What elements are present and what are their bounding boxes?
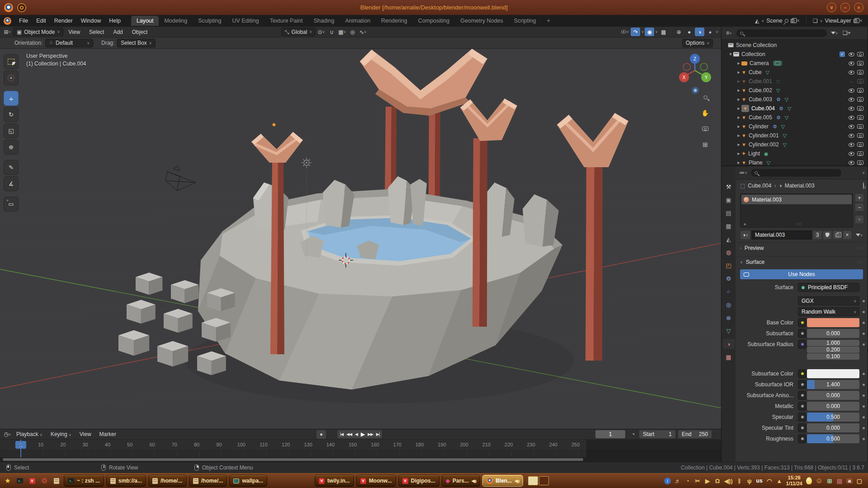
outliner-row-cube002[interactable]: ►▼ Cube.002 ▽ (722, 86, 868, 95)
base-color-swatch[interactable] (807, 318, 859, 327)
measure-tool[interactable]: ∡ (4, 176, 19, 191)
outliner-row-plane[interactable]: ►▼ Plane ▽ (722, 158, 868, 165)
remove-viewlayer-icon[interactable]: × (859, 18, 863, 24)
socket-icon[interactable] (798, 318, 807, 327)
outliner-row-cylinder[interactable]: ►▼ Cylinder ⚙ ▽ (722, 122, 868, 131)
outliner-row-light[interactable]: ►✦ Light ◉ (722, 149, 868, 158)
close-button[interactable]: × (854, 3, 863, 12)
socket-icon[interactable] (798, 423, 807, 432)
scale-tool[interactable]: ◱ (4, 123, 19, 138)
socket-icon[interactable] (798, 434, 807, 443)
roughness-slider[interactable]: 0.500 (807, 434, 859, 443)
xray-toggle-icon[interactable]: ▩ (659, 28, 668, 36)
tab-rendering[interactable]: Rendering (376, 16, 413, 26)
playback-button[interactable]: ▶| (375, 432, 381, 437)
socket-icon[interactable] (798, 402, 807, 411)
menu-help[interactable]: Help (105, 16, 125, 25)
pin-icon[interactable] (784, 18, 789, 23)
eye-icon[interactable] (849, 89, 854, 93)
material-filter-icon[interactable]: ∨ (854, 231, 864, 239)
users-count-button[interactable]: 3 (813, 230, 822, 239)
slot-specials-button[interactable]: ∨ (855, 215, 864, 224)
render-visibility-icon[interactable] (857, 124, 863, 129)
render-visibility-icon[interactable] (857, 160, 863, 165)
current-frame-field[interactable]: 1 (595, 430, 625, 438)
specular-slider[interactable]: 0.500 (807, 413, 859, 422)
subsurface-radius-x[interactable]: 1.000 (807, 340, 859, 346)
properties-search-input[interactable] (751, 169, 841, 177)
animate-dot[interactable] (863, 394, 865, 397)
new-collection-icon[interactable]: ❏+ (842, 29, 852, 38)
taskbar-window-smb[interactable]: smb://a... (106, 475, 146, 487)
tab-modeling[interactable]: Modeling (159, 16, 193, 26)
timeline-editor-icon[interactable]: ◷∨ (3, 430, 12, 439)
snap-target-icon[interactable]: ▦∨ (337, 28, 347, 36)
navigation-gizmo[interactable]: Z X Y (678, 51, 713, 97)
render-disabled-icon[interactable] (857, 79, 863, 84)
animate-dot[interactable] (863, 322, 865, 324)
tab-uv-editing[interactable]: UV Editing (227, 16, 264, 26)
add-slot-button[interactable]: + (855, 193, 864, 202)
material-slot-list[interactable]: Material.003 ►∷∷ (740, 193, 853, 228)
new-scene-icon[interactable] (791, 19, 794, 23)
taskbar-window-parsec[interactable]: ◆ Pars... ◀))) (442, 475, 480, 487)
pan-hand-icon[interactable]: ✋ (700, 108, 710, 118)
tab-output[interactable]: ▤ (723, 208, 735, 218)
egg-icon[interactable] (806, 477, 812, 484)
browser-launcher-icon[interactable]: V (27, 476, 37, 486)
add-workspace-button[interactable]: + (541, 16, 555, 26)
material-name-field[interactable]: Material.003 (751, 230, 812, 239)
copy-material-icon[interactable] (833, 230, 842, 239)
animate-dot[interactable] (863, 416, 865, 418)
overlays-toggle-icon[interactable]: ◉ (645, 28, 654, 36)
shading-solid-icon[interactable]: ● (684, 28, 694, 36)
taskbar-window-zsh[interactable]: >_ ~ : zsh ... (64, 475, 104, 487)
desktop-pager[interactable] (528, 476, 549, 485)
files-launcher-icon[interactable] (52, 476, 61, 486)
eye-icon[interactable] (849, 70, 854, 75)
subsurface-slider[interactable]: 0.000 (807, 329, 859, 338)
menu-tl-view[interactable]: View (75, 430, 95, 439)
subsurface-color-swatch[interactable] (807, 369, 859, 378)
ortho-grid-icon[interactable]: ⊞ (700, 140, 710, 150)
tab-compositing[interactable]: Compositing (413, 16, 455, 26)
animate-dot[interactable] (863, 373, 865, 375)
render-visibility-icon[interactable] (857, 115, 863, 120)
outliner-row-scene-collection[interactable]: Scene Collection (722, 41, 868, 50)
render-visibility-icon[interactable] (857, 133, 863, 138)
socket-icon[interactable] (798, 391, 807, 400)
playback-button[interactable]: |◀ (339, 432, 344, 437)
render-visibility-icon[interactable] (857, 142, 863, 147)
music-icon[interactable]: ♬ (675, 478, 681, 484)
smiley-icon[interactable]: ☺ (816, 477, 823, 485)
menu-object[interactable]: Object (128, 28, 152, 37)
tab-material[interactable]: ◑ (723, 339, 735, 349)
metallic-slider[interactable]: 0.000 (807, 402, 859, 411)
book-icon[interactable]: ▤ (836, 478, 843, 484)
taskbar-window-home2[interactable]: /home/... (189, 475, 227, 487)
outliner-display-mode-icon[interactable]: ≡∨ (724, 29, 734, 38)
material-slot[interactable]: Material.003 (741, 195, 852, 204)
tab-constraints[interactable]: ⊛ (723, 313, 735, 323)
window-placeholder-icon[interactable]: ▢ (856, 478, 863, 484)
eye-icon[interactable] (849, 143, 854, 147)
editor-type-icon[interactable]: ⊞∨ (3, 28, 12, 36)
terminal-launcher-icon[interactable]: >_ (15, 476, 25, 486)
playback-button[interactable]: ▶ (359, 431, 366, 438)
eye-icon[interactable] (849, 161, 854, 165)
specular-tint-slider[interactable]: 0.000 (807, 423, 859, 432)
playback-button[interactable]: ◀◀ (345, 432, 353, 437)
cursor-tool[interactable] (4, 70, 19, 85)
collection-checkbox[interactable]: ✓ (840, 52, 845, 57)
tab-sculpting[interactable]: Sculpting (193, 16, 226, 26)
minimize-button[interactable]: − (840, 3, 850, 12)
unlink-material-icon[interactable]: × (843, 230, 852, 239)
outliner-row-cube005[interactable]: ►▼ Cube.005 ⚙ ▽ (722, 113, 868, 122)
viewport-canvas[interactable] (0, 49, 721, 429)
playback-button[interactable]: ◀ (354, 432, 359, 437)
add-cube-tool[interactable]: ▭+ (4, 197, 19, 211)
subsurface-radius-z[interactable]: 0.100 (807, 353, 859, 360)
tray-expand-icon[interactable]: ▲ (776, 478, 783, 484)
taskbar-window-digipos[interactable]: V Digipos... (398, 475, 439, 487)
tab-texture[interactable]: ▦ (723, 352, 735, 362)
